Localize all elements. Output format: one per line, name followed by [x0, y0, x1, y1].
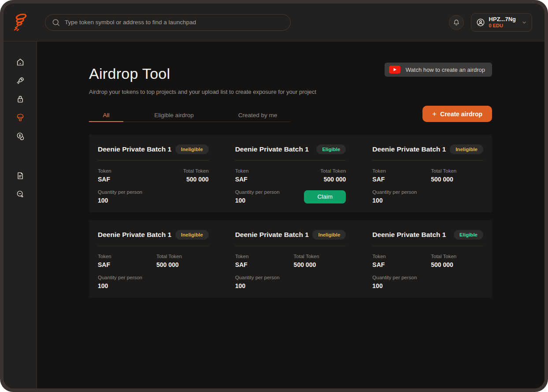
token-label: Token [98, 254, 156, 259]
total-token-value: 500 000 [431, 261, 483, 268]
page-header: Airdrop Tool Airdrop your tokens to top … [89, 65, 492, 95]
tab-eligible-airdrop[interactable]: Eligible airdrop [123, 109, 225, 122]
tornado-logo-icon [13, 13, 28, 32]
divider [98, 246, 209, 246]
total-token-value: 500 000 [294, 261, 346, 268]
airdrop-title: Deenie Private Batch 1 [372, 145, 446, 153]
create-airdrop-label: Create airdrop [440, 111, 482, 118]
status-badge: Ineligible [312, 230, 346, 240]
token-value: SAF [98, 261, 156, 268]
quantity-value: 100 [372, 197, 417, 204]
chat-icon [15, 189, 25, 199]
sidebar-item-staking[interactable] [11, 90, 29, 108]
sidebar-item-documents[interactable] [11, 166, 29, 185]
tabs-row: All Eligible airdrop Created by me + Cre… [89, 106, 492, 122]
total-token-label: Total Token [183, 168, 209, 174]
total-token-label: Total Token [320, 168, 346, 174]
divider [372, 246, 483, 246]
chevron-down-icon [521, 19, 527, 26]
total-token-value: 500 000 [431, 176, 483, 183]
airdrop-title: Deenie Private Batch 1 [98, 145, 171, 153]
token-value: SAF [235, 261, 294, 268]
airdrop-title: Deenie Private Batch 1 [235, 231, 309, 239]
notifications-button[interactable] [449, 15, 464, 30]
document-icon [15, 171, 25, 181]
tab-list: All Eligible airdrop Created by me [89, 109, 291, 122]
airdrop-card: Deenie Private Batch 1 Ineligible Token … [235, 230, 346, 289]
bell-icon [452, 18, 460, 26]
sidebar-item-launchpads[interactable] [11, 71, 29, 90]
airdrop-card: Deenie Private Batch 1 Eligible Token SA… [235, 144, 346, 204]
total-token-value: 500 000 [320, 176, 346, 183]
airdrop-panel-row-1: Deenie Private Batch 1 Ineligible Token … [89, 135, 492, 212]
total-token-label: Total Token [431, 254, 483, 259]
wallet-info: HPZ...7Ng 0 EDU [489, 16, 516, 29]
quantity-label: Quantity per person [98, 189, 142, 195]
quantity-value: 100 [235, 282, 280, 289]
status-badge: Eligible [454, 230, 483, 240]
tab-all[interactable]: All [89, 109, 123, 122]
divider [235, 160, 346, 161]
rocket-icon [15, 76, 25, 85]
status-badge: Ineligible [175, 230, 209, 240]
claim-button[interactable]: Claim [304, 190, 346, 203]
watch-tutorial-button[interactable]: Watch how to create an airdrop [385, 63, 492, 77]
search-bar[interactable] [45, 14, 291, 31]
token-value: SAF [235, 176, 321, 183]
quantity-value: 100 [372, 282, 417, 289]
token-value: SAF [372, 176, 431, 183]
total-token-label: Total Token [431, 168, 483, 174]
page-title: Airdrop Tool [89, 65, 316, 82]
total-token-value: 500 000 [183, 176, 209, 183]
search-icon [52, 18, 60, 27]
wallet-address: HPZ...7Ng [489, 16, 516, 23]
user-icon [476, 18, 485, 27]
youtube-icon [389, 66, 400, 74]
airdrop-card: Deenie Private Batch 1 Ineligible Token … [372, 144, 483, 204]
watch-tutorial-label: Watch how to create an airdrop [406, 67, 485, 73]
airdrop-title: Deenie Private Batch 1 [235, 145, 309, 153]
status-badge: Ineligible [175, 144, 209, 154]
status-badge: Ineligible [450, 144, 483, 154]
plus-icon: + [432, 110, 437, 118]
sidebar [4, 41, 37, 388]
sidebar-item-airdrop[interactable] [11, 108, 29, 127]
airdrop-title: Deenie Private Batch 1 [98, 231, 171, 239]
app-logo[interactable] [4, 13, 37, 32]
coins-icon [15, 131, 25, 141]
sidebar-item-earnings[interactable] [11, 127, 29, 145]
airdrop-parachute-icon [15, 113, 25, 122]
token-value: SAF [98, 176, 183, 183]
tab-created-by-me[interactable]: Created by me [225, 109, 291, 122]
app-window-inner: HPZ...7Ng 0 EDU [4, 4, 544, 388]
airdrop-panel-row-2: Deenie Private Batch 1 Ineligible Token … [89, 220, 492, 298]
create-airdrop-button[interactable]: + Create airdrop [422, 106, 492, 122]
wallet-balance: 0 EDU [489, 23, 503, 29]
sidebar-item-support[interactable] [11, 185, 29, 203]
main-content: Airdrop Tool Airdrop your tokens to top … [37, 41, 544, 388]
airdrop-card: Deenie Private Batch 1 Eligible Token SA… [372, 230, 483, 289]
wallet-button[interactable]: HPZ...7Ng 0 EDU [471, 13, 532, 32]
quantity-label: Quantity per person [372, 189, 417, 195]
token-label: Token [98, 168, 183, 174]
airdrop-card: Deenie Private Batch 1 Ineligible Token … [98, 230, 209, 289]
lock-icon [15, 94, 25, 104]
body-row: Airdrop Tool Airdrop your tokens to top … [4, 41, 544, 388]
total-token-label: Total Token [294, 254, 346, 259]
quantity-label: Quantity per person [235, 275, 280, 280]
divider [98, 160, 209, 161]
search-input[interactable] [65, 19, 284, 26]
quantity-label: Quantity per person [235, 189, 280, 195]
divider [235, 246, 346, 246]
token-label: Token [235, 168, 321, 174]
quantity-value: 100 [98, 197, 142, 204]
page-subtitle: Airdrop your tokens to top projects and … [89, 89, 316, 95]
home-icon [15, 57, 25, 67]
app-window: HPZ...7Ng 0 EDU [0, 0, 548, 392]
token-label: Token [235, 254, 294, 259]
divider [372, 160, 483, 161]
sidebar-item-home[interactable] [11, 53, 29, 71]
quantity-value: 100 [235, 197, 280, 204]
token-label: Token [372, 254, 431, 259]
status-badge: Eligible [316, 144, 346, 154]
